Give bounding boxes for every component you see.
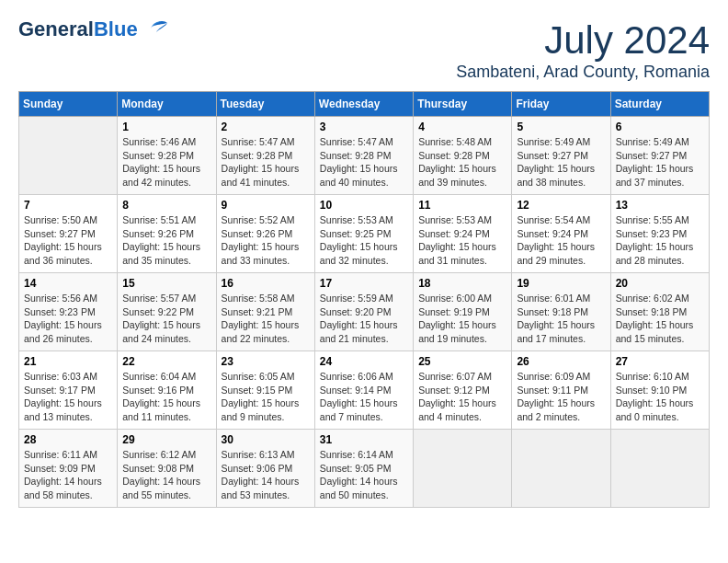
page-header: GeneralBlue July 2024 Sambateni, Arad Co… (18, 18, 710, 82)
day-number: 29 (122, 433, 210, 446)
calendar-day-cell: 23Sunrise: 6:05 AM Sunset: 9:15 PM Dayli… (216, 351, 314, 430)
calendar-day-cell: 27Sunrise: 6:10 AM Sunset: 9:10 PM Dayli… (610, 351, 709, 430)
calendar-day-cell: 7Sunrise: 5:50 AM Sunset: 9:27 PM Daylig… (19, 195, 118, 273)
calendar-day-cell: 30Sunrise: 6:13 AM Sunset: 9:06 PM Dayli… (216, 430, 314, 508)
day-info: Sunrise: 6:05 AM Sunset: 9:15 PM Dayligh… (222, 370, 310, 424)
day-number: 23 (222, 355, 310, 368)
day-number: 18 (418, 277, 506, 290)
day-number: 6 (616, 121, 704, 133)
day-number: 31 (320, 433, 408, 446)
calendar-week-row: 14Sunrise: 5:56 AM Sunset: 9:23 PM Dayli… (19, 273, 710, 351)
calendar-day-cell: 12Sunrise: 5:54 AM Sunset: 9:24 PM Dayli… (512, 195, 610, 273)
calendar-day-header: Friday (512, 92, 610, 117)
day-info: Sunrise: 6:10 AM Sunset: 9:10 PM Dayligh… (616, 370, 704, 424)
day-info: Sunrise: 5:46 AM Sunset: 9:28 PM Dayligh… (122, 135, 210, 190)
day-info: Sunrise: 6:06 AM Sunset: 9:14 PM Dayligh… (320, 370, 408, 424)
day-number: 30 (222, 433, 310, 446)
calendar-week-row: 21Sunrise: 6:03 AM Sunset: 9:17 PM Dayli… (19, 351, 710, 430)
day-info: Sunrise: 5:57 AM Sunset: 9:22 PM Dayligh… (122, 292, 210, 346)
day-number: 25 (418, 355, 506, 368)
calendar-day-cell: 1Sunrise: 5:46 AM Sunset: 9:28 PM Daylig… (118, 117, 216, 195)
day-info: Sunrise: 5:59 AM Sunset: 9:20 PM Dayligh… (320, 292, 408, 346)
day-number: 7 (24, 199, 112, 212)
location-subtitle: Sambateni, Arad County, Romania (456, 63, 710, 82)
calendar-day-cell: 11Sunrise: 5:53 AM Sunset: 9:24 PM Dayli… (414, 195, 512, 273)
day-info: Sunrise: 5:48 AM Sunset: 9:28 PM Dayligh… (418, 135, 506, 190)
calendar-day-cell: 14Sunrise: 5:56 AM Sunset: 9:23 PM Dayli… (19, 273, 118, 351)
day-info: Sunrise: 5:47 AM Sunset: 9:28 PM Dayligh… (320, 135, 408, 190)
calendar-day-cell: 18Sunrise: 6:00 AM Sunset: 9:19 PM Dayli… (414, 273, 512, 351)
day-number: 4 (418, 121, 506, 133)
day-number: 21 (24, 355, 112, 368)
day-number: 2 (222, 121, 310, 133)
day-number: 24 (320, 355, 408, 368)
day-info: Sunrise: 5:49 AM Sunset: 9:27 PM Dayligh… (616, 135, 704, 190)
day-number: 27 (616, 355, 704, 368)
day-info: Sunrise: 6:13 AM Sunset: 9:06 PM Dayligh… (222, 448, 310, 502)
calendar-day-cell: 16Sunrise: 5:58 AM Sunset: 9:21 PM Dayli… (216, 273, 314, 351)
calendar-day-cell: 22Sunrise: 6:04 AM Sunset: 9:16 PM Dayli… (118, 351, 216, 430)
day-number: 3 (320, 121, 408, 133)
day-number: 13 (616, 199, 704, 212)
day-info: Sunrise: 6:12 AM Sunset: 9:08 PM Dayligh… (122, 448, 210, 502)
day-number: 8 (122, 199, 210, 212)
day-info: Sunrise: 5:58 AM Sunset: 9:21 PM Dayligh… (222, 292, 310, 346)
calendar-day-cell: 31Sunrise: 6:14 AM Sunset: 9:05 PM Dayli… (314, 430, 413, 508)
day-info: Sunrise: 6:09 AM Sunset: 9:11 PM Dayligh… (517, 370, 605, 424)
day-info: Sunrise: 6:03 AM Sunset: 9:17 PM Dayligh… (24, 370, 112, 424)
calendar-day-cell (19, 117, 118, 195)
day-info: Sunrise: 6:02 AM Sunset: 9:18 PM Dayligh… (616, 292, 704, 346)
day-info: Sunrise: 5:55 AM Sunset: 9:23 PM Dayligh… (616, 213, 704, 268)
calendar-day-cell: 17Sunrise: 5:59 AM Sunset: 9:20 PM Dayli… (314, 273, 413, 351)
calendar-day-cell: 13Sunrise: 5:55 AM Sunset: 9:23 PM Dayli… (610, 195, 709, 273)
month-title: July 2024 (456, 18, 710, 63)
day-number: 11 (418, 199, 506, 212)
day-info: Sunrise: 6:11 AM Sunset: 9:09 PM Dayligh… (24, 448, 112, 502)
day-number: 1 (122, 121, 210, 133)
calendar-day-cell: 19Sunrise: 6:01 AM Sunset: 9:18 PM Dayli… (512, 273, 610, 351)
calendar-day-header: Sunday (19, 92, 118, 117)
day-info: Sunrise: 6:00 AM Sunset: 9:19 PM Dayligh… (418, 292, 506, 346)
calendar-day-cell: 15Sunrise: 5:57 AM Sunset: 9:22 PM Dayli… (118, 273, 216, 351)
day-info: Sunrise: 5:53 AM Sunset: 9:25 PM Dayligh… (320, 213, 408, 268)
calendar-day-cell: 8Sunrise: 5:51 AM Sunset: 9:26 PM Daylig… (118, 195, 216, 273)
day-number: 14 (24, 277, 112, 290)
day-number: 5 (517, 121, 605, 133)
day-info: Sunrise: 5:54 AM Sunset: 9:24 PM Dayligh… (517, 213, 605, 268)
day-number: 19 (517, 277, 605, 290)
calendar-day-cell: 25Sunrise: 6:07 AM Sunset: 9:12 PM Dayli… (414, 351, 512, 430)
day-number: 20 (616, 277, 704, 290)
calendar-day-cell: 2Sunrise: 5:47 AM Sunset: 9:28 PM Daylig… (216, 117, 314, 195)
calendar-day-cell: 20Sunrise: 6:02 AM Sunset: 9:18 PM Dayli… (610, 273, 709, 351)
day-info: Sunrise: 6:14 AM Sunset: 9:05 PM Dayligh… (320, 448, 408, 502)
day-info: Sunrise: 5:50 AM Sunset: 9:27 PM Dayligh… (24, 213, 112, 268)
day-info: Sunrise: 5:51 AM Sunset: 9:26 PM Dayligh… (122, 213, 210, 268)
day-info: Sunrise: 6:07 AM Sunset: 9:12 PM Dayligh… (418, 370, 506, 424)
title-section: July 2024 Sambateni, Arad County, Romani… (456, 18, 710, 82)
calendar-day-cell: 4Sunrise: 5:48 AM Sunset: 9:28 PM Daylig… (414, 117, 512, 195)
day-number: 16 (222, 277, 310, 290)
calendar-day-cell: 28Sunrise: 6:11 AM Sunset: 9:09 PM Dayli… (19, 430, 118, 508)
calendar-day-cell: 5Sunrise: 5:49 AM Sunset: 9:27 PM Daylig… (512, 117, 610, 195)
calendar-day-header: Thursday (414, 92, 512, 117)
logo-text: GeneralBlue (18, 18, 138, 40)
calendar-week-row: 28Sunrise: 6:11 AM Sunset: 9:09 PM Dayli… (19, 430, 710, 508)
day-number: 28 (24, 433, 112, 446)
day-number: 15 (122, 277, 210, 290)
day-info: Sunrise: 5:53 AM Sunset: 9:24 PM Dayligh… (418, 213, 506, 268)
day-number: 12 (517, 199, 605, 212)
calendar-day-header: Wednesday (314, 92, 413, 117)
day-number: 22 (122, 355, 210, 368)
logo-bird-icon (142, 19, 171, 40)
logo: GeneralBlue (18, 18, 171, 40)
calendar-day-cell: 6Sunrise: 5:49 AM Sunset: 9:27 PM Daylig… (610, 117, 709, 195)
calendar-day-header: Saturday (610, 92, 709, 117)
calendar-day-cell: 10Sunrise: 5:53 AM Sunset: 9:25 PM Dayli… (314, 195, 413, 273)
day-number: 17 (320, 277, 408, 290)
calendar-day-cell: 9Sunrise: 5:52 AM Sunset: 9:26 PM Daylig… (216, 195, 314, 273)
calendar-day-header: Monday (118, 92, 216, 117)
calendar-day-cell (610, 430, 709, 508)
calendar-header-row: SundayMondayTuesdayWednesdayThursdayFrid… (19, 92, 710, 117)
calendar-table: SundayMondayTuesdayWednesdayThursdayFrid… (18, 91, 710, 508)
day-info: Sunrise: 6:01 AM Sunset: 9:18 PM Dayligh… (517, 292, 605, 346)
